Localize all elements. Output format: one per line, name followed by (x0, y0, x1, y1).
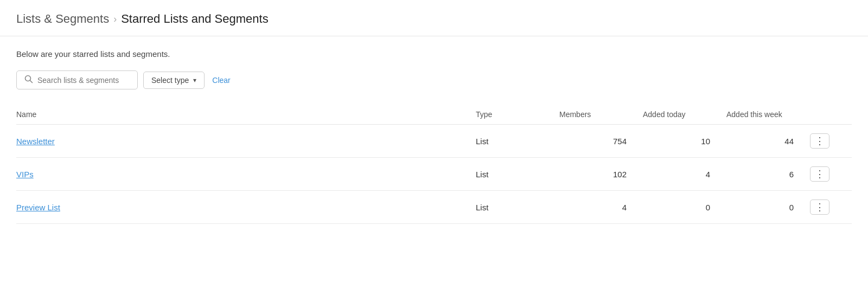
table-row: VIPs List 102 4 6 ⋮ (16, 158, 852, 191)
cell-actions: ⋮ (810, 191, 852, 224)
row-name-link[interactable]: Preview List (16, 203, 60, 212)
cell-added-week: 6 (726, 158, 810, 191)
select-type-button[interactable]: Select type ▾ (143, 72, 205, 89)
search-icon (24, 75, 33, 85)
breadcrumb-parent[interactable]: Lists & Segments (16, 12, 109, 26)
cell-actions: ⋮ (810, 158, 852, 191)
cell-members: 754 (559, 125, 643, 158)
select-type-label: Select type (151, 76, 189, 85)
row-name-link[interactable]: Newsletter (16, 137, 55, 146)
cell-type: List (476, 191, 559, 224)
col-header-added-week: Added this week (726, 105, 810, 125)
cell-members: 102 (559, 158, 643, 191)
clear-button[interactable]: Clear (210, 76, 232, 85)
col-header-type: Type (476, 105, 559, 125)
svg-line-1 (30, 81, 33, 83)
cell-added-today: 10 (643, 125, 726, 158)
cell-added-today: 4 (643, 158, 726, 191)
kebab-menu-button[interactable]: ⋮ (810, 133, 829, 149)
breadcrumb-separator: › (113, 14, 117, 25)
cell-name: Newsletter (16, 125, 476, 158)
col-header-actions (810, 105, 852, 125)
content-area: Below are your starred lists and segment… (0, 36, 868, 237)
col-header-added-today: Added today (643, 105, 726, 125)
cell-type: List (476, 125, 559, 158)
lists-table: Name Type Members Added today Added this… (16, 105, 852, 224)
table-header: Name Type Members Added today Added this… (16, 105, 852, 125)
row-name-link[interactable]: VIPs (16, 170, 34, 179)
header: Lists & Segments › Starred Lists and Seg… (0, 0, 868, 36)
col-header-name: Name (16, 105, 476, 125)
cell-actions: ⋮ (810, 125, 852, 158)
search-input[interactable] (37, 76, 130, 85)
kebab-menu-button[interactable]: ⋮ (810, 166, 829, 182)
cell-added-today: 0 (643, 191, 726, 224)
kebab-menu-button[interactable]: ⋮ (810, 200, 829, 215)
search-box (16, 70, 138, 89)
col-header-members: Members (559, 105, 643, 125)
subtitle-text: Below are your starred lists and segment… (16, 49, 852, 59)
filters-row: Select type ▾ Clear (16, 70, 852, 89)
cell-name: VIPs (16, 158, 476, 191)
cell-members: 4 (559, 191, 643, 224)
cell-type: List (476, 158, 559, 191)
table-row: Newsletter List 754 10 44 ⋮ (16, 125, 852, 158)
breadcrumb: Lists & Segments › Starred Lists and Seg… (16, 12, 852, 26)
cell-added-week: 44 (726, 125, 810, 158)
breadcrumb-current: Starred Lists and Segments (121, 12, 268, 26)
table-body: Newsletter List 754 10 44 ⋮ VIPs List 10… (16, 125, 852, 224)
cell-added-week: 0 (726, 191, 810, 224)
chevron-down-icon: ▾ (193, 76, 196, 84)
table-row: Preview List List 4 0 0 ⋮ (16, 191, 852, 224)
page-container: Lists & Segments › Starred Lists and Seg… (0, 0, 868, 283)
cell-name: Preview List (16, 191, 476, 224)
